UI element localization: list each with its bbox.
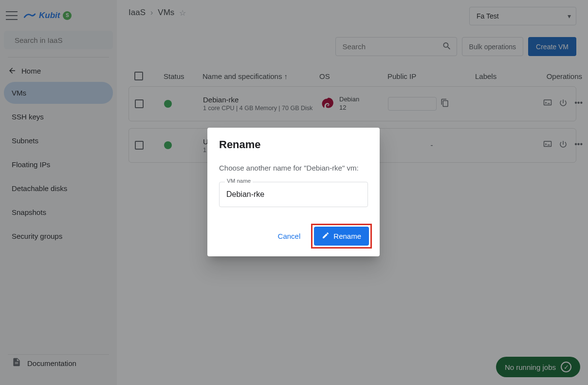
vm-name-input[interactable] xyxy=(219,182,368,207)
pencil-icon xyxy=(322,231,330,241)
modal-description: Choose another name for "Debian-rke" vm: xyxy=(219,164,368,172)
rename-button-label: Rename xyxy=(333,232,361,240)
vm-name-field: VM name xyxy=(219,182,368,207)
rename-button[interactable]: Rename xyxy=(314,227,369,246)
modal-actions: Cancel Rename xyxy=(207,218,380,256)
cancel-button[interactable]: Cancel xyxy=(271,227,308,245)
field-label: VM name xyxy=(225,178,253,184)
highlight-box: Rename xyxy=(311,224,372,249)
rename-modal: Rename Choose another name for "Debian-r… xyxy=(207,128,380,256)
modal-title: Rename xyxy=(219,138,368,151)
